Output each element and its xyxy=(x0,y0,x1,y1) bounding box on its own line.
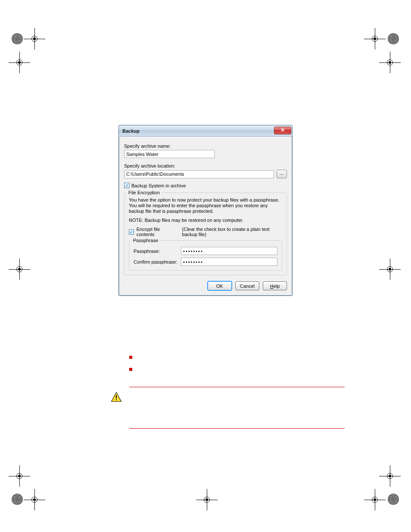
help-button[interactable]: Help xyxy=(263,281,287,290)
confirm-passphrase-input[interactable]: •••••••• xyxy=(181,258,277,266)
backup-dialog: Backup ✕ Specify archive name: Samples W… xyxy=(118,125,293,296)
svg-rect-2 xyxy=(116,399,117,400)
separator-line xyxy=(129,387,345,387)
encryption-note: NOTE: Backup files may be restored on an… xyxy=(129,218,282,223)
registration-mark xyxy=(6,256,32,282)
ok-button[interactable]: OK xyxy=(208,281,232,290)
caution-icon xyxy=(111,392,122,402)
confirm-passphrase-label: Confirm passphrase: xyxy=(134,259,181,264)
registration-mark xyxy=(194,487,220,513)
decor-ball xyxy=(388,33,399,44)
title-bar: Backup ✕ xyxy=(119,125,292,137)
passphrase-legend: Passphrase xyxy=(132,238,159,243)
backup-system-label: Backup System in archive xyxy=(131,183,186,188)
svg-rect-1 xyxy=(116,395,117,398)
registration-mark xyxy=(362,487,388,513)
registration-mark xyxy=(6,463,32,489)
registration-mark xyxy=(377,50,403,75)
archive-name-value: Samples Water xyxy=(126,152,159,157)
archive-location-input[interactable]: C:\Users\Public\Documents xyxy=(124,170,274,178)
close-icon: ✕ xyxy=(280,127,285,133)
browse-label: ... xyxy=(280,171,283,176)
check-icon: ✓ xyxy=(125,183,129,188)
file-encryption-group: File Encryption You have the option to n… xyxy=(124,193,287,275)
passphrase-input[interactable]: •••••••• xyxy=(181,247,277,255)
passphrase-label: Passphrase: xyxy=(134,249,181,254)
archive-location-label: Specify archive location: xyxy=(124,163,287,168)
registration-mark xyxy=(362,26,388,52)
registration-mark xyxy=(377,463,403,489)
bullet-icon xyxy=(129,356,132,359)
encrypt-checkbox[interactable]: ✓ xyxy=(129,229,134,235)
registration-mark xyxy=(22,487,47,513)
archive-location-value: C:\Users\Public\Documents xyxy=(126,171,184,177)
close-button[interactable]: ✕ xyxy=(274,127,291,134)
check-icon: ✓ xyxy=(130,230,133,234)
passphrase-value: •••••••• xyxy=(183,249,203,254)
registration-mark xyxy=(6,50,32,75)
browse-button[interactable]: ... xyxy=(277,170,287,178)
passphrase-group: Passphrase Passphrase: •••••••• Confirm … xyxy=(129,240,282,271)
file-encryption-legend: File Encryption xyxy=(127,190,161,195)
backup-system-checkbox[interactable]: ✓ xyxy=(124,183,130,188)
encrypt-label: Encrypt file contents xyxy=(137,227,174,237)
ok-label: OK xyxy=(216,283,223,289)
decor-ball xyxy=(388,494,399,505)
confirm-passphrase-value: •••••••• xyxy=(183,259,203,264)
archive-name-label: Specify archive name: xyxy=(124,143,287,149)
registration-mark xyxy=(22,26,47,52)
decor-ball xyxy=(12,494,23,505)
dialog-body: Specify archive name: Samples Water Spec… xyxy=(119,137,292,296)
cancel-button[interactable]: Cancel xyxy=(235,281,259,290)
help-label: Help xyxy=(270,283,280,289)
archive-name-input[interactable]: Samples Water xyxy=(124,150,215,158)
registration-mark xyxy=(377,256,403,282)
encryption-description: You have the option to now protect your … xyxy=(129,197,282,214)
bullet-icon xyxy=(129,368,132,371)
dialog-title: Backup xyxy=(122,128,274,134)
separator-line xyxy=(129,428,345,429)
cancel-label: Cancel xyxy=(240,283,255,289)
encrypt-hint: (Clear the check box to create a plain t… xyxy=(182,227,282,237)
